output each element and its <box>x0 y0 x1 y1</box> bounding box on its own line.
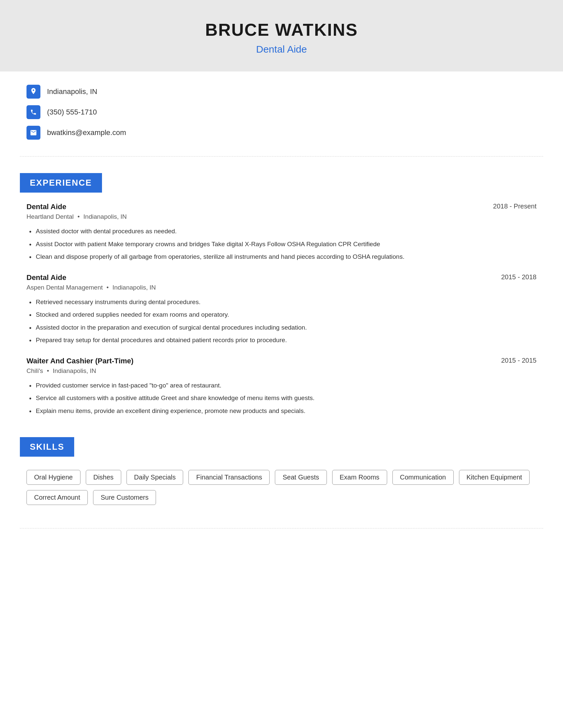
list-item: Assisted doctor with dental procedures a… <box>26 225 537 238</box>
location-icon <box>26 85 40 99</box>
contact-email: bwatkins@example.com <box>26 126 537 140</box>
job-block-0: Dental Aide 2018 - Present Heartland Den… <box>26 203 537 263</box>
skill-tag-1: Dishes <box>86 470 121 485</box>
job-company-1: Aspen Dental Management • Indianapolis, … <box>26 284 537 291</box>
experience-section-header: EXPERIENCE <box>20 173 102 193</box>
contact-phone: (350) 555-1710 <box>26 105 537 119</box>
job-dates-2: 2015 - 2015 <box>501 357 537 364</box>
list-item: Retrieved necessary instruments during d… <box>26 296 537 309</box>
job-block-2: Waiter And Cashier (Part-Time) 2015 - 20… <box>26 357 537 418</box>
skills-tags-container: Oral Hygiene Dishes Daily Specials Finan… <box>26 470 537 505</box>
skill-tag-7: Kitchen Equipment <box>459 470 530 485</box>
phone-text: (350) 555-1710 <box>47 108 97 116</box>
job-title-0: Dental Aide <box>26 203 66 211</box>
phone-icon <box>26 105 40 119</box>
contact-location: Indianapolis, IN <box>26 85 537 99</box>
bottom-divider <box>20 528 543 528</box>
experience-list: Dental Aide 2018 - Present Heartland Den… <box>0 203 563 417</box>
list-item: Service all customers with a positive at… <box>26 392 537 405</box>
job-company-2: Chili's • Indianapolis, IN <box>26 367 537 375</box>
skill-tag-8: Correct Amount <box>26 490 88 505</box>
email-text: bwatkins@example.com <box>47 128 126 137</box>
job-header-2: Waiter And Cashier (Part-Time) 2015 - 20… <box>26 357 537 365</box>
skill-tag-9: Sure Customers <box>93 490 156 505</box>
skill-tag-4: Seat Guests <box>275 470 327 485</box>
job-company-0: Heartland Dental • Indianapolis, IN <box>26 213 537 220</box>
job-bullets-2: Provided customer service in fast-paced … <box>26 379 537 418</box>
candidate-name: BRUCE WATKINS <box>13 20 550 40</box>
contact-section: Indianapolis, IN (350) 555-1710 bwatkins… <box>0 71 563 150</box>
job-block-1: Dental Aide 2015 - 2018 Aspen Dental Man… <box>26 273 537 347</box>
job-title-1: Dental Aide <box>26 273 66 282</box>
list-item: Prepared tray setup for dental procedure… <box>26 334 537 347</box>
skill-tag-6: Communication <box>393 470 454 485</box>
resume-header: BRUCE WATKINS Dental Aide <box>0 0 563 71</box>
job-title-2: Waiter And Cashier (Part-Time) <box>26 357 133 365</box>
list-item: Assisted doctor in the preparation and e… <box>26 321 537 334</box>
list-item: Clean and dispose properly of all garbag… <box>26 250 537 263</box>
job-header-0: Dental Aide 2018 - Present <box>26 203 537 211</box>
skills-section: SKILLS Oral Hygiene Dishes Daily Special… <box>0 427 563 518</box>
job-header-1: Dental Aide 2015 - 2018 <box>26 273 537 282</box>
skill-tag-0: Oral Hygiene <box>26 470 80 485</box>
job-bullets-0: Assisted doctor with dental procedures a… <box>26 225 537 263</box>
job-bullets-1: Retrieved necessary instruments during d… <box>26 296 537 347</box>
list-item: Assist Doctor with patient Make temporar… <box>26 238 537 251</box>
location-text: Indianapolis, IN <box>47 87 97 96</box>
skills-list: Oral Hygiene Dishes Daily Specials Finan… <box>0 470 563 518</box>
candidate-title: Dental Aide <box>13 44 550 55</box>
experience-section: EXPERIENCE Dental Aide 2018 - Present He… <box>0 163 563 417</box>
list-item: Explain menu items, provide an excellent… <box>26 405 537 418</box>
job-dates-0: 2018 - Present <box>493 203 537 210</box>
list-item: Stocked and ordered supplies needed for … <box>26 308 537 321</box>
skills-section-header: SKILLS <box>20 437 74 457</box>
skill-tag-5: Exam Rooms <box>332 470 387 485</box>
skill-tag-2: Daily Specials <box>126 470 183 485</box>
list-item: Provided customer service in fast-paced … <box>26 379 537 392</box>
job-dates-1: 2015 - 2018 <box>501 273 537 281</box>
contact-divider <box>20 156 543 157</box>
email-icon <box>26 126 40 140</box>
skill-tag-3: Financial Transactions <box>188 470 269 485</box>
